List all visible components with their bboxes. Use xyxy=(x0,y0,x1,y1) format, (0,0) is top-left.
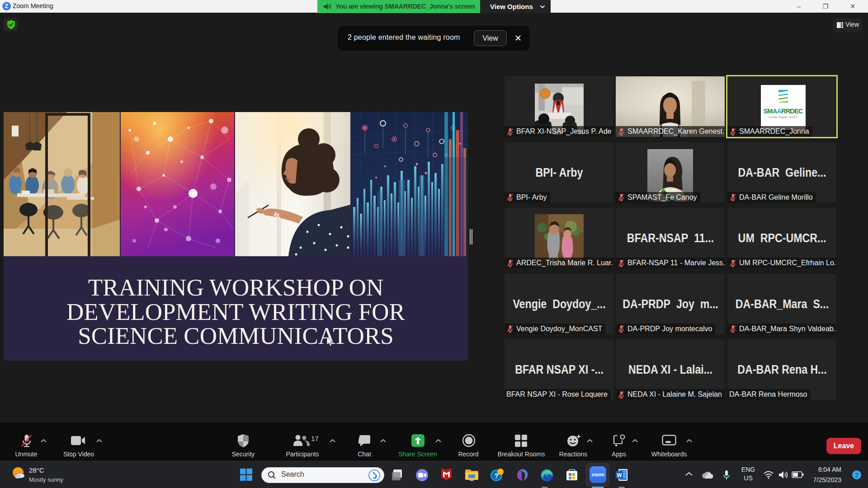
svg-text:Innovate. Engage. Connect.: Innovate. Engage. Connect. xyxy=(769,116,797,118)
svg-text:SMAARRDEC: SMAARRDEC xyxy=(763,108,803,115)
svg-text:W: W xyxy=(617,472,622,479)
